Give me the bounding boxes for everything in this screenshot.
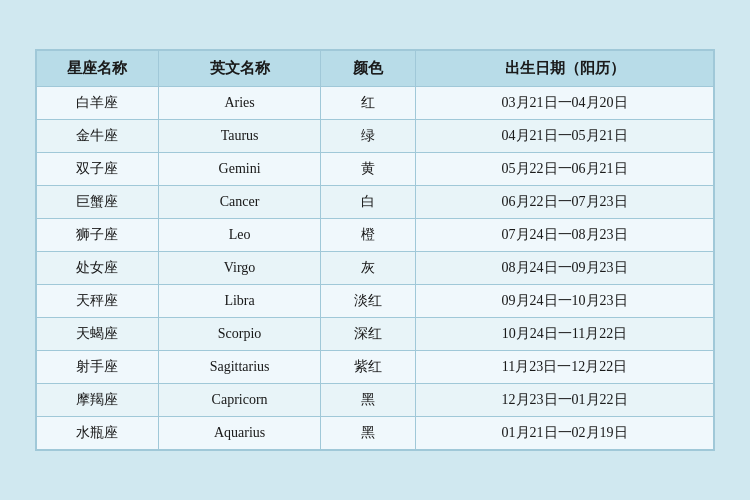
cell-chinese: 双子座 [37, 153, 159, 186]
zodiac-table: 星座名称 英文名称 颜色 出生日期（阳历） 白羊座Aries红03月21日一04… [36, 50, 714, 450]
cell-chinese: 狮子座 [37, 219, 159, 252]
cell-color: 红 [321, 87, 416, 120]
table-row: 白羊座Aries红03月21日一04月20日 [37, 87, 714, 120]
header-color: 颜色 [321, 51, 416, 87]
table-row: 处女座Virgo灰08月24日一09月23日 [37, 252, 714, 285]
cell-color: 橙 [321, 219, 416, 252]
cell-english: Libra [158, 285, 320, 318]
cell-date: 11月23日一12月22日 [416, 351, 714, 384]
header-date: 出生日期（阳历） [416, 51, 714, 87]
cell-color: 紫红 [321, 351, 416, 384]
cell-english: Scorpio [158, 318, 320, 351]
cell-date: 04月21日一05月21日 [416, 120, 714, 153]
table-header-row: 星座名称 英文名称 颜色 出生日期（阳历） [37, 51, 714, 87]
cell-date: 05月22日一06月21日 [416, 153, 714, 186]
cell-english: Gemini [158, 153, 320, 186]
cell-color: 白 [321, 186, 416, 219]
zodiac-table-container: 星座名称 英文名称 颜色 出生日期（阳历） 白羊座Aries红03月21日一04… [35, 49, 715, 451]
table-row: 狮子座Leo橙07月24日一08月23日 [37, 219, 714, 252]
cell-english: Capricorn [158, 384, 320, 417]
cell-color: 绿 [321, 120, 416, 153]
table-row: 天蝎座Scorpio深红10月24日一11月22日 [37, 318, 714, 351]
cell-english: Cancer [158, 186, 320, 219]
cell-color: 黄 [321, 153, 416, 186]
cell-chinese: 处女座 [37, 252, 159, 285]
cell-date: 08月24日一09月23日 [416, 252, 714, 285]
cell-chinese: 天蝎座 [37, 318, 159, 351]
cell-chinese: 射手座 [37, 351, 159, 384]
cell-color: 灰 [321, 252, 416, 285]
cell-date: 09月24日一10月23日 [416, 285, 714, 318]
cell-color: 深红 [321, 318, 416, 351]
cell-english: Aries [158, 87, 320, 120]
cell-date: 01月21日一02月19日 [416, 417, 714, 450]
table-row: 射手座Sagittarius紫红11月23日一12月22日 [37, 351, 714, 384]
cell-date: 12月23日一01月22日 [416, 384, 714, 417]
cell-chinese: 金牛座 [37, 120, 159, 153]
cell-date: 03月21日一04月20日 [416, 87, 714, 120]
cell-color: 黑 [321, 384, 416, 417]
cell-chinese: 白羊座 [37, 87, 159, 120]
cell-chinese: 摩羯座 [37, 384, 159, 417]
cell-english: Aquarius [158, 417, 320, 450]
cell-color: 黑 [321, 417, 416, 450]
cell-chinese: 水瓶座 [37, 417, 159, 450]
table-row: 天秤座Libra淡红09月24日一10月23日 [37, 285, 714, 318]
cell-chinese: 巨蟹座 [37, 186, 159, 219]
table-row: 摩羯座Capricorn黑12月23日一01月22日 [37, 384, 714, 417]
table-row: 金牛座Taurus绿04月21日一05月21日 [37, 120, 714, 153]
table-row: 水瓶座Aquarius黑01月21日一02月19日 [37, 417, 714, 450]
header-english: 英文名称 [158, 51, 320, 87]
cell-date: 06月22日一07月23日 [416, 186, 714, 219]
cell-color: 淡红 [321, 285, 416, 318]
table-row: 双子座Gemini黄05月22日一06月21日 [37, 153, 714, 186]
cell-english: Taurus [158, 120, 320, 153]
header-chinese: 星座名称 [37, 51, 159, 87]
cell-date: 07月24日一08月23日 [416, 219, 714, 252]
table-row: 巨蟹座Cancer白06月22日一07月23日 [37, 186, 714, 219]
cell-english: Leo [158, 219, 320, 252]
cell-english: Sagittarius [158, 351, 320, 384]
cell-english: Virgo [158, 252, 320, 285]
cell-chinese: 天秤座 [37, 285, 159, 318]
cell-date: 10月24日一11月22日 [416, 318, 714, 351]
